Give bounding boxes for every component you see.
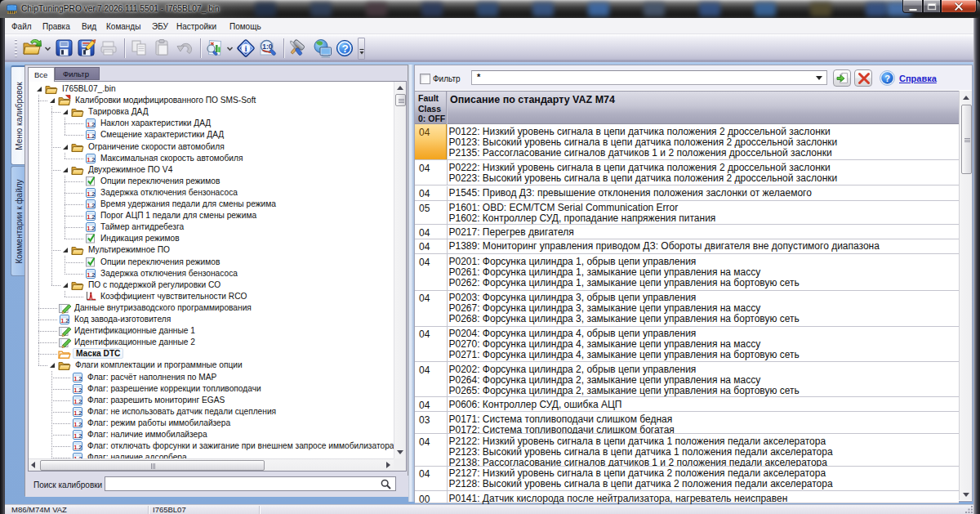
- svg-text:.2: .2: [90, 190, 95, 197]
- svg-text:.2: .2: [77, 432, 82, 440]
- svg-text:.2: .2: [77, 374, 82, 382]
- svg-text:i: i: [244, 43, 247, 53]
- svg-text:.2: .2: [64, 317, 69, 324]
- svg-text:.2: .2: [77, 409, 82, 416]
- svg-text:.2: .2: [77, 420, 82, 427]
- svg-text:?: ?: [884, 74, 890, 83]
- svg-text:.2: .2: [77, 397, 82, 404]
- svg-text:.2: .2: [90, 202, 95, 209]
- svg-text:?: ?: [341, 42, 348, 55]
- svg-text:.2: .2: [77, 386, 82, 393]
- svg-text:.2: .2: [90, 121, 95, 128]
- svg-text:1:0: 1:0: [262, 42, 273, 51]
- svg-text:.2: .2: [90, 225, 95, 232]
- svg-text:.2: .2: [90, 155, 95, 163]
- svg-text:.2: .2: [90, 213, 95, 221]
- svg-text:.2: .2: [90, 270, 95, 278]
- svg-text:.2: .2: [77, 444, 82, 451]
- svg-text:.2: .2: [90, 132, 95, 140]
